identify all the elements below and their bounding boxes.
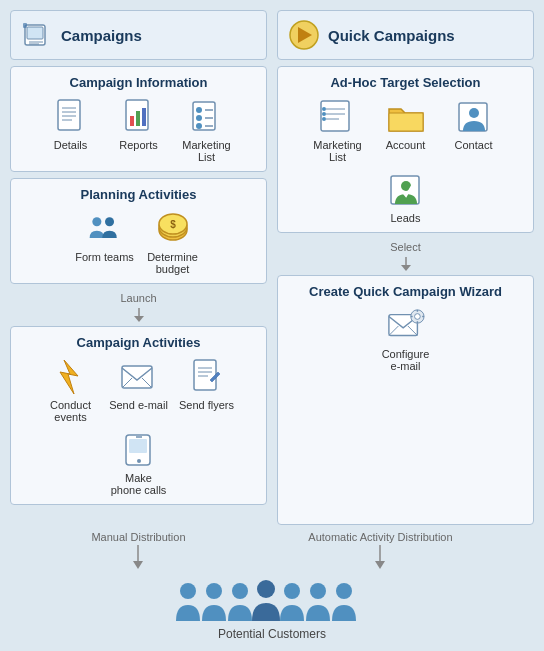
svg-point-76 — [336, 583, 352, 599]
adhoc-grid: Marketing List Account — [286, 98, 525, 224]
planning-title: Planning Activities — [19, 187, 258, 202]
customers-icons — [172, 573, 372, 625]
wizard-box: Create Quick Campaign Wizard — [277, 275, 534, 525]
planning-grid: Form teams $ Determine budget — [19, 210, 258, 275]
planning-box: Planning Activities — [10, 178, 267, 284]
leads-item[interactable]: Leads — [376, 171, 436, 224]
send-flyers-icon — [188, 358, 226, 396]
automatic-distribution-group: Automatic Activity Distribution — [308, 531, 452, 569]
svg-rect-11 — [130, 116, 134, 126]
svg-rect-33 — [194, 360, 216, 390]
automatic-distribution-label: Automatic Activity Distribution — [308, 531, 452, 543]
svg-point-75 — [310, 583, 326, 599]
marketing-list-icon — [188, 98, 226, 136]
svg-point-47 — [322, 107, 326, 111]
svg-rect-1 — [27, 27, 43, 39]
svg-rect-12 — [136, 111, 140, 126]
account-icon — [387, 98, 425, 136]
svg-point-17 — [196, 123, 202, 129]
svg-rect-13 — [142, 108, 146, 126]
svg-rect-50 — [389, 113, 423, 131]
form-teams-item[interactable]: Form teams — [75, 210, 135, 275]
main-container: Campaigns Campaign Information — [0, 0, 544, 651]
send-flyers-label: Send flyers — [179, 399, 234, 411]
conduct-events-icon — [52, 358, 90, 396]
send-flyers-item[interactable]: Send flyers — [177, 358, 237, 423]
svg-point-39 — [137, 459, 141, 463]
contact-item[interactable]: Contact — [444, 98, 504, 163]
campaigns-title: Campaigns — [61, 27, 142, 44]
campaigns-column: Campaigns Campaign Information — [10, 10, 267, 525]
campaign-info-title: Campaign Information — [19, 75, 258, 90]
reports-item[interactable]: Reports — [109, 98, 169, 163]
svg-point-52 — [469, 108, 479, 118]
customers-label: Potential Customers — [218, 627, 326, 641]
svg-point-49 — [322, 117, 326, 121]
svg-point-70 — [180, 583, 196, 599]
campaign-activities-box: Campaign Activities Conduct events — [10, 326, 267, 505]
make-calls-label: Make phone calls — [109, 472, 169, 496]
adhoc-marketing-list-label: Marketing List — [308, 139, 368, 163]
quick-campaigns-column: Quick Campaigns Ad-Hoc Target Selection — [277, 10, 534, 525]
svg-rect-4 — [23, 23, 27, 28]
wizard-title: Create Quick Campaign Wizard — [286, 284, 525, 299]
svg-text:$: $ — [170, 219, 176, 230]
svg-point-48 — [322, 112, 326, 116]
launch-arrow-label: Launch — [10, 290, 267, 306]
marketing-list-label: Marketing List — [177, 139, 237, 163]
svg-marker-56 — [401, 265, 411, 271]
configure-email-icon — [387, 307, 425, 345]
account-item[interactable]: Account — [376, 98, 436, 163]
svg-point-61 — [414, 314, 420, 320]
svg-point-73 — [257, 580, 275, 598]
manual-distribution-group: Manual Distribution — [91, 531, 185, 569]
determine-budget-item[interactable]: $ Determine budget — [143, 210, 203, 275]
leads-icon — [387, 171, 425, 209]
configure-email-label: Configure e-mail — [376, 348, 436, 372]
conduct-events-label: Conduct events — [41, 399, 101, 423]
send-email-icon — [120, 358, 158, 396]
details-item[interactable]: Details — [41, 98, 101, 163]
details-icon — [52, 98, 90, 136]
svg-marker-67 — [133, 561, 143, 569]
conduct-events-item[interactable]: Conduct events — [41, 358, 101, 423]
account-label: Account — [386, 139, 426, 151]
reports-icon — [120, 98, 158, 136]
svg-rect-38 — [129, 439, 147, 453]
svg-point-74 — [284, 583, 300, 599]
svg-rect-5 — [58, 100, 80, 130]
svg-rect-30 — [122, 366, 152, 388]
form-teams-label: Form teams — [75, 251, 134, 263]
marketing-list-item[interactable]: Marketing List — [177, 98, 237, 163]
bottom-arrows: Manual Distribution Automatic Activity D… — [10, 531, 534, 569]
configure-email-item[interactable]: Configure e-mail — [376, 307, 436, 372]
form-teams-icon — [86, 210, 124, 248]
svg-rect-43 — [321, 101, 349, 131]
svg-point-22 — [105, 217, 114, 226]
svg-point-15 — [196, 107, 202, 113]
campaigns-icon — [21, 19, 53, 51]
svg-marker-69 — [375, 561, 385, 569]
quick-campaigns-icon — [288, 19, 320, 51]
svg-point-71 — [206, 583, 222, 599]
bottom-section: Manual Distribution Automatic Activity D… — [10, 531, 534, 641]
quick-campaigns-header: Quick Campaigns — [277, 10, 534, 60]
campaign-info-grid: Details Reports — [19, 98, 258, 163]
svg-point-16 — [196, 115, 202, 121]
adhoc-marketing-list-item[interactable]: Marketing List — [308, 98, 368, 163]
svg-marker-28 — [134, 316, 144, 322]
send-email-item[interactable]: Send e-mail — [109, 358, 169, 423]
campaign-info-box: Campaign Information — [10, 66, 267, 172]
svg-marker-29 — [60, 360, 78, 394]
customers-area: Potential Customers — [172, 573, 372, 641]
select-arrow-label: Select — [277, 239, 534, 255]
contact-label: Contact — [455, 139, 493, 151]
svg-point-72 — [232, 583, 248, 599]
launch-arrow — [10, 308, 267, 322]
wizard-grid: Configure e-mail — [286, 307, 525, 372]
reports-label: Reports — [119, 139, 158, 151]
quick-campaigns-title: Quick Campaigns — [328, 27, 455, 44]
details-label: Details — [54, 139, 88, 151]
make-calls-item[interactable]: Make phone calls — [109, 431, 169, 496]
svg-point-21 — [92, 217, 101, 226]
